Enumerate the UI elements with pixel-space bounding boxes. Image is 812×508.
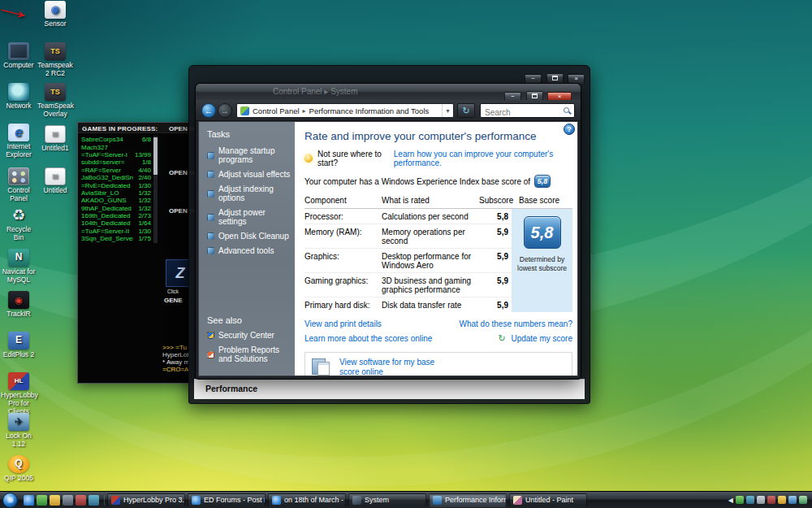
taskbar-button-ed-forums[interactable]: ED Forums - Post N... — [188, 493, 266, 507]
sidebar-item-adjust-visual-effects[interactable]: Adjust visual effects — [207, 170, 292, 179]
quicklaunch-icon-4[interactable] — [63, 495, 73, 506]
task-label: Adjust visual effects — [218, 170, 290, 179]
desktop-icon-sensor[interactable]: ◉ Sensor — [37, 1, 73, 28]
desktop-icon-untitled1[interactable]: ▤ Untitled1 — [37, 125, 73, 153]
breadcrumb-root[interactable]: Control Panel — [253, 106, 300, 115]
breadcrumb-page[interactable]: Performance Information and Tools — [309, 106, 430, 115]
table-header: Component What is rated Subscore Base sc… — [304, 196, 572, 209]
subscore-cell: 5,9 — [479, 252, 512, 270]
taskbar-button-system[interactable]: System — [348, 493, 426, 507]
tray-icon-4[interactable] — [767, 496, 775, 504]
taskbar-button-browser-page[interactable]: on 18th of March - ... — [268, 493, 346, 507]
desktop-icon-computer[interactable]: Computer — [1, 42, 37, 70]
update-my-score-link[interactable]: Update my score — [511, 334, 572, 343]
tray-icon-2[interactable] — [746, 496, 754, 504]
tray-icon-1[interactable] — [736, 496, 744, 504]
system-window-caption-buttons: − × — [524, 69, 585, 84]
maximize-button[interactable] — [546, 73, 564, 83]
sidebar-item-manage-startup-programs[interactable]: Manage startup programs — [207, 146, 292, 164]
sidebar-item-adjust-indexing-options[interactable]: Adjust indexing options — [207, 185, 292, 202]
task-label: Problem Reports and Solutions — [218, 345, 290, 363]
game-row[interactable]: JaBoG32_DediSrv2/40 — [81, 174, 151, 181]
scrollbar-thumb[interactable] — [153, 137, 158, 175]
refresh-button[interactable]: ↻ — [457, 103, 475, 118]
breadcrumb-dropdown-icon[interactable]: ▾ — [442, 104, 453, 117]
game-name: Mach327 — [81, 144, 133, 151]
problem-reports-icon — [207, 351, 214, 358]
game-players: 4/40 — [133, 167, 151, 174]
learn-more-scores-link[interactable]: Learn more about the scores online — [304, 334, 432, 343]
game-row[interactable]: 3Sqn_Ded_Server1/75 — [81, 235, 151, 242]
taskbar-button-performance-information[interactable]: Performance Inform... — [429, 493, 507, 507]
sidebar-item-adjust-power-settings[interactable]: Adjust power settings — [207, 208, 292, 226]
quicklaunch-icon-1[interactable] — [24, 495, 34, 506]
taskbar-button-label: ED Forums - Post N... — [204, 496, 266, 504]
taskbar-button-paint[interactable]: Untitled - Paint — [509, 493, 587, 507]
tray-icon-6[interactable] — [788, 496, 797, 504]
desktop-icon-trackir[interactable]: ◉ TrackIR — [1, 291, 37, 319]
improve-performance-link[interactable]: Learn how you can improve your computer'… — [394, 150, 572, 167]
taskbar-button-label: on 18th of March - ... — [284, 496, 346, 504]
game-row[interactable]: subdd=server=1/8 — [81, 158, 151, 166]
game-row[interactable]: =TuAF=Server-II1/30 — [81, 228, 151, 235]
quicklaunch-icon-3[interactable] — [50, 495, 60, 506]
view-print-details-link[interactable]: View and print details — [304, 319, 382, 328]
quick-launch — [21, 495, 105, 506]
desktop-icon-editplus[interactable]: E EditPlus 2 — [1, 332, 37, 359]
game-row[interactable]: =RAF=Server4/40 — [81, 167, 151, 174]
game-row[interactable]: Mach327 — [81, 143, 151, 150]
view-software-link[interactable]: View software for my base score online — [339, 358, 453, 377]
app-icon — [192, 496, 201, 505]
game-row[interactable]: AKADO_GUNS1/32 — [81, 197, 151, 204]
desktop-icon-network[interactable]: Network — [1, 83, 37, 111]
sidebar-item-advanced-tools[interactable]: Advanced tools — [207, 246, 292, 255]
quicklaunch-icon-5[interactable] — [76, 495, 86, 506]
game-row[interactable]: =TuAF=Server-I13/99 — [81, 151, 151, 158]
desktop-icon-internet-explorer[interactable]: e Internet Explorer — [1, 124, 37, 159]
desktop-icon-teamspeak2[interactable]: TS Teamspeak 2 RC2 — [37, 42, 73, 78]
file-icon: ▤ — [45, 167, 66, 185]
chat-line: =CRO=Arp — [162, 366, 190, 373]
help-icon[interactable]: ? — [564, 124, 575, 135]
col-base-score: Base score — [512, 196, 572, 205]
page-title: Rate and improve your computer's perform… — [304, 130, 572, 142]
sidebar-item-open-disk-cleanup[interactable]: Open Disk Cleanup — [207, 232, 292, 241]
desktop-icon-navicat[interactable]: N Navicat for MySQL — [1, 249, 37, 284]
title-bar[interactable]: Control Panel ▸ System − × — [196, 84, 581, 100]
game-row[interactable]: 9thAF_Dedicated1/32 — [81, 205, 151, 212]
tray-expand-icon[interactable]: ◀ — [728, 497, 733, 504]
game-row[interactable]: AviaSibir_LO1/32 — [81, 189, 151, 197]
start-button[interactable] — [2, 493, 18, 508]
sidebar-item-problem-reports[interactable]: Problem Reports and Solutions — [207, 345, 290, 363]
desktop-icon-hyperlobby[interactable]: HL HyperLobby Pro for Clients — [1, 372, 37, 415]
game-row[interactable]: 169th_Dedicated2/73 — [81, 212, 151, 219]
network-icon — [8, 83, 29, 101]
desktop-icon-qip[interactable]: Q QIP 2005 — [1, 455, 37, 483]
lockon-icon: ✈ — [8, 413, 29, 431]
game-row[interactable]: SabreCorps346/8 — [81, 136, 151, 143]
taskbar-button-hyperlobby[interactable]: HyperLobby Pro 3.9... — [107, 493, 185, 507]
game-players: 1/8 — [133, 158, 151, 166]
quicklaunch-icon-6[interactable] — [89, 495, 99, 506]
sidebar-item-security-center[interactable]: Security Center — [207, 331, 290, 340]
desktop-icon-teamspeak-overlay[interactable]: TS TeamSpeak Overlay — [37, 83, 73, 119]
desktop-icon-control-panel[interactable]: Control Panel — [1, 167, 37, 203]
task-label: Adjust power settings — [218, 208, 292, 226]
performance-window[interactable]: Control Panel ▸ System − × ← → Control P… — [195, 83, 581, 380]
search-input[interactable] — [481, 106, 574, 119]
subscore-cell: 5,8 — [479, 212, 512, 221]
tray-icon-7[interactable] — [799, 496, 807, 504]
forward-button[interactable]: → — [218, 103, 232, 118]
desktop-icon-lockon[interactable]: ✈ Lock On 1.12 — [1, 413, 37, 449]
tray-icon-5[interactable] — [778, 496, 786, 504]
breadcrumb[interactable]: Control Panel ▸ Performance Information … — [236, 103, 454, 118]
game-row[interactable]: =RvE=Dedicated1/30 — [81, 181, 151, 189]
desktop-icon-recycle-bin[interactable]: ♻ Recycle Bin — [1, 206, 37, 242]
desktop-icon-untitled[interactable]: ▤ Untitled — [37, 167, 73, 195]
tray-icon-3[interactable] — [757, 496, 765, 504]
back-button[interactable]: ← — [201, 103, 216, 118]
game-row[interactable]: 104th_Dedicated1/64 — [81, 219, 151, 227]
games-list-scrollbar[interactable] — [153, 136, 158, 243]
quicklaunch-icon-2[interactable] — [37, 495, 47, 506]
what-numbers-mean-link[interactable]: What do these numbers mean? — [459, 319, 572, 328]
